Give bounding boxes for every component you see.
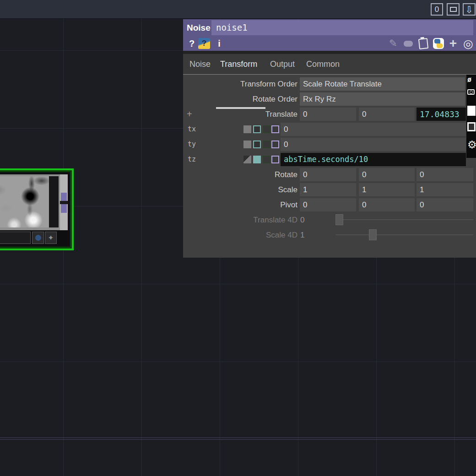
pivot-y-field[interactable]: 0 xyxy=(359,198,415,211)
translate-x-field[interactable]: 0 xyxy=(300,108,356,121)
tx-mode-export-square[interactable] xyxy=(263,125,270,133)
sub-label-ty: ty xyxy=(188,137,196,152)
node-selection-border: ... ✦ xyxy=(0,170,72,249)
dialog-toolbar: ? ? i ✎ + ◎ xyxy=(183,36,476,51)
ty-mode-bind-square[interactable] xyxy=(271,141,279,148)
camera-icon[interactable] xyxy=(467,89,475,95)
rotate-x-field[interactable]: 0 xyxy=(300,168,356,181)
tz-mode-value-square[interactable] xyxy=(243,156,251,163)
tz-mode-export-square[interactable] xyxy=(263,156,270,163)
rotate-order-menu[interactable]: Rx Ry Rz xyxy=(300,92,465,106)
rotate-y-field[interactable]: 0 xyxy=(359,168,415,181)
translate4d-value: 0 xyxy=(300,212,319,227)
node-body[interactable]: ... ✦ xyxy=(0,174,68,246)
pivot-z-field[interactable]: 0 xyxy=(416,198,473,211)
copy-clipboard-icon[interactable] xyxy=(417,36,429,51)
sub-label-tz: tz xyxy=(188,152,196,167)
scale4d-slider-handle[interactable] xyxy=(369,229,377,240)
translate-y-field[interactable]: 0 xyxy=(359,108,415,121)
scale4d-slider-track[interactable] xyxy=(335,234,473,235)
scale-y-field[interactable]: 1 xyxy=(359,183,415,196)
gear-icon[interactable]: ⚙ xyxy=(467,139,476,151)
param-label-scale: Scale xyxy=(183,182,298,197)
translate4d-slider-track[interactable] xyxy=(335,219,473,220)
python-logo-icon[interactable] xyxy=(433,36,444,51)
target-circles-icon[interactable]: ◎ xyxy=(462,36,475,51)
grid-line xyxy=(0,362,476,362)
parameter-side-button-strip: ø ⚙ xyxy=(466,75,476,158)
display-flag-button[interactable]: ✦ xyxy=(45,232,57,244)
translate-z-field[interactable]: 17.04833 xyxy=(416,108,466,121)
rotate-z-field[interactable]: 0 xyxy=(416,168,473,181)
param-label-translate: Translate xyxy=(183,107,298,122)
tx-mode-value-square[interactable] xyxy=(243,125,251,133)
tz-expression-field[interactable]: absTime.seconds/10 xyxy=(281,153,466,166)
display-flag-icon: ✦ xyxy=(48,233,54,242)
tab-output[interactable]: Output xyxy=(270,54,295,74)
help-icon[interactable]: ? xyxy=(187,36,197,51)
header-separator xyxy=(183,51,476,54)
download-arrow-icon: ⇩ xyxy=(465,4,473,15)
top-toolbar: 0 ⇩ xyxy=(0,0,476,19)
ty-value-field[interactable]: 0 xyxy=(281,138,466,151)
scale-x-field[interactable]: 1 xyxy=(300,183,356,196)
tab-bar-separator xyxy=(183,74,476,75)
ty-mode-expression-square[interactable] xyxy=(253,141,261,148)
tx-value-field[interactable]: 0 xyxy=(281,123,466,136)
viewer-flag-button[interactable] xyxy=(32,232,44,244)
node-name-box[interactable]: ... xyxy=(0,232,31,244)
param-label-transform-order: Transform Order xyxy=(183,76,298,92)
tab-transform[interactable]: Transform xyxy=(220,54,257,74)
dock-button[interactable]: ⇩ xyxy=(463,3,476,16)
tz-mode-bind-square[interactable] xyxy=(271,156,279,163)
param-label-pivot: Pivot xyxy=(183,197,298,212)
transform-order-menu[interactable]: Scale Rotate Translate xyxy=(300,77,465,91)
operator-name-field[interactable]: noise1 xyxy=(211,20,473,35)
param-label-scale4d: Scale 4D xyxy=(183,227,298,243)
window-icon xyxy=(450,7,457,12)
scale-z-field[interactable]: 1 xyxy=(416,183,473,196)
language-link-icon[interactable]: ø xyxy=(467,76,471,84)
edit-pencil-icon[interactable]: ✎ xyxy=(387,36,399,51)
parameter-dialog: Noise noise1 ? ? i ✎ + ◎ Noise T xyxy=(183,19,476,258)
sub-label-tx: tx xyxy=(188,122,196,137)
dialog-header[interactable]: Noise noise1 xyxy=(183,19,476,36)
tz-mode-expression-square[interactable] xyxy=(253,156,261,163)
add-plus-icon[interactable]: + xyxy=(447,36,459,51)
pivot-x-field[interactable]: 0 xyxy=(300,198,356,211)
color-swatch-icon[interactable] xyxy=(467,106,476,116)
info-icon[interactable]: i xyxy=(216,36,222,51)
ty-mode-export-square[interactable] xyxy=(263,141,270,148)
python-help-icon[interactable]: ? xyxy=(198,36,210,51)
node-output-column xyxy=(60,174,68,230)
param-label-rotate: Rotate xyxy=(183,167,298,182)
tx-mode-bind-square[interactable] xyxy=(271,125,279,133)
network-origin-line xyxy=(0,438,476,438)
node-output-connector[interactable] xyxy=(61,193,67,201)
translate4d-slider-handle[interactable] xyxy=(335,214,343,225)
page-outline-icon[interactable] xyxy=(467,122,476,131)
network-origin-line xyxy=(0,439,476,440)
viewer-flag-icon xyxy=(35,235,41,241)
tab-noise[interactable]: Noise xyxy=(189,54,211,74)
param-label-rotate-order: Rotate Order xyxy=(183,92,298,107)
tx-mode-expression-square[interactable] xyxy=(253,125,261,133)
scale4d-value: 1 xyxy=(300,227,319,243)
touchdesigner-network-editor: ... ✦ Noise noise1 ? xyxy=(0,0,476,476)
node-output-connector[interactable] xyxy=(61,204,67,213)
node-noise1[interactable]: ... ✦ xyxy=(0,168,74,250)
grid-line xyxy=(141,18,142,476)
node-noise-preview[interactable] xyxy=(0,176,49,227)
ty-mode-value-square[interactable] xyxy=(243,141,251,148)
operator-type-label: Noise xyxy=(187,19,211,36)
comment-bubble-icon[interactable] xyxy=(402,36,414,51)
grid-line xyxy=(0,284,476,284)
frame-counter-button[interactable]: 0 xyxy=(431,3,443,16)
tab-common[interactable]: Common xyxy=(306,54,340,74)
parameter-tab-bar: Noise Transform Output Common xyxy=(183,54,476,75)
node-preview-letterbox xyxy=(49,176,59,227)
window-button[interactable] xyxy=(447,3,460,16)
node-flag-bar: ... ✦ xyxy=(0,230,68,246)
param-label-translate4d: Translate 4D xyxy=(183,212,298,227)
